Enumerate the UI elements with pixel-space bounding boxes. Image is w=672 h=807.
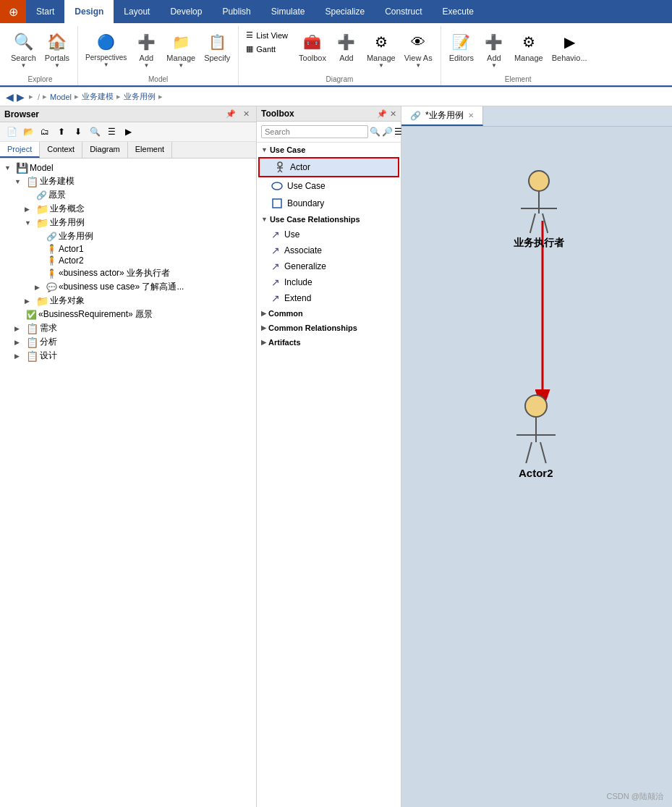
bizusecase-folder-icon: 📁 <box>36 217 48 229</box>
tree-item-bizusecase2[interactable]: ▶ 💬 «business use case» 了解高通... <box>0 280 256 294</box>
diagram-tab-bizusecase[interactable]: 🔗 *业务用例 ✕ <box>401 106 483 126</box>
tree-item-bizusecase-item[interactable]: 🔗 业务用例 <box>0 229 256 243</box>
tree-item-wish[interactable]: 🔗 愿景 <box>0 188 256 202</box>
common-collapse-icon: ▶ <box>261 310 266 317</box>
tree-item-bizconcept[interactable]: ▶ 📁 业务概念 <box>0 202 256 216</box>
actor-figure-1[interactable]: 业务执行者 <box>514 170 564 250</box>
toolbox-section-commonrel-header[interactable]: ▶ Common Relationships <box>257 321 401 335</box>
add-element-button[interactable]: ➕ Add ▼ <box>479 29 509 70</box>
portals-button[interactable]: 🏠 Portals ▼ <box>41 29 73 70</box>
include-item-label: Include <box>284 277 312 287</box>
gantt-button[interactable]: ▦ Gantt <box>243 43 291 55</box>
nav-forward-button[interactable]: ▶ <box>17 91 25 103</box>
design-label: 设计 <box>40 350 57 362</box>
perspectives-button[interactable]: 🔵 Perspectives ▼ <box>82 29 129 69</box>
browser-tab-diagram[interactable]: Diagram <box>82 142 128 158</box>
specify-button[interactable]: 📋 Specify <box>200 29 234 64</box>
toolbox-section-use-case-header[interactable]: ▼ Use Case <box>257 143 401 157</box>
ribbon-tab-execute[interactable]: Execute <box>433 0 484 23</box>
bizusecase2-icon: 💬 <box>46 282 57 292</box>
ribbon-tab-start[interactable]: Start <box>26 0 64 23</box>
browser-pin-button[interactable]: 📌 <box>224 109 238 119</box>
browser-tab-element[interactable]: Element <box>128 142 172 158</box>
manage-diagram-button[interactable]: ⚙ Manage ▼ <box>363 29 399 70</box>
toolbox-close-button[interactable]: ✕ <box>390 109 396 119</box>
toolbox-item-include[interactable]: ↗ Include <box>257 274 401 290</box>
diagram-tab-label: *业务用例 <box>425 109 464 122</box>
diagram-canvas[interactable]: 业务执行者 Actor2 CSDN @陆颠治 <box>401 127 672 807</box>
toolbox-section-ucrel-header[interactable]: ▼ Use Case Relationships <box>257 212 401 227</box>
gantt-icon: ▦ <box>246 44 253 54</box>
app-icon-btn[interactable]: ⊕ <box>0 0 26 23</box>
view-as-button[interactable]: 👁 View As ▼ <box>401 29 436 70</box>
tree-item-bizusecase-folder[interactable]: ▼ 📁 业务用例 <box>0 216 256 229</box>
use-toolbox-icon: ↗ <box>271 229 280 240</box>
bizconcept-icon: 📁 <box>36 203 48 215</box>
move-down-button[interactable]: ⬇ <box>71 124 85 139</box>
tree-item-bizobject[interactable]: ▶ 📁 业务对象 <box>0 294 256 308</box>
ribbon-tab-publish[interactable]: Publish <box>212 0 260 23</box>
breadcrumb-item-bizmodel[interactable]: 业务建模 <box>82 91 114 102</box>
view-button[interactable]: 🗂 <box>38 124 52 139</box>
toolbox-search-advanced-button[interactable]: 🔎 <box>382 124 393 139</box>
toolbox-item-boundary[interactable]: Boundary <box>257 195 401 212</box>
add-model-button[interactable]: ➕ Add ▼ <box>131 29 161 70</box>
browser-panel: Browser 📌 ✕ 📄 📂 🗂 ⬆ ⬇ 🔍 ☰ ▶ Project Cont… <box>0 106 257 807</box>
tree-item-demand[interactable]: ▶ 📋 需求 <box>0 321 256 335</box>
use-case-section-label: Use Case <box>270 145 306 154</box>
tree-item-actor1[interactable]: 🧍 Actor1 <box>0 243 256 255</box>
tree-item-design[interactable]: ▶ 📋 设计 <box>0 349 256 363</box>
toolbox-search-go-button[interactable]: 🔍 <box>370 124 380 139</box>
tree-item-analysis[interactable]: ▶ 📋 分析 <box>0 335 256 349</box>
browser-tab-project[interactable]: Project <box>0 142 40 158</box>
ribbon-tab-simulate[interactable]: Simulate <box>261 0 315 23</box>
browser-close-button[interactable]: ✕ <box>241 109 252 119</box>
breadcrumb-item-model[interactable]: Model <box>50 93 72 101</box>
manage-model-icon: 📁 <box>169 30 192 54</box>
move-up-button[interactable]: ⬆ <box>54 124 69 139</box>
filter-button[interactable]: 🔍 <box>88 124 102 139</box>
breadcrumb-item-bizusecase[interactable]: 业务用例 <box>124 91 156 102</box>
search-button[interactable]: 🔍 Search ▼ <box>7 29 40 70</box>
new-file-button[interactable]: 📄 <box>4 124 19 139</box>
ribbon-tab-layout[interactable]: Layout <box>114 0 160 23</box>
browser-tab-context[interactable]: Context <box>40 142 82 158</box>
diagram-list-items: ☰ List View ▦ Gantt <box>243 29 291 55</box>
ribbon-tab-design[interactable]: Design <box>64 0 114 23</box>
open-folder-button[interactable]: 📂 <box>21 124 35 139</box>
menu-button[interactable]: ☰ <box>104 124 119 139</box>
tree-item-model[interactable]: ▼ 💾 Model <box>0 161 256 174</box>
toolbox-item-generalize[interactable]: ↗ Generalize <box>257 258 401 274</box>
bizreq-label: «BusinessRequirement» 愿景 <box>38 308 153 321</box>
toolbox-item-extend[interactable]: ↗ Extend <box>257 290 401 306</box>
toolbox-item-use[interactable]: ↗ Use <box>257 227 401 242</box>
toolbox-search-input[interactable] <box>261 125 368 138</box>
manage-element-button[interactable]: ⚙ Manage <box>511 29 547 64</box>
behavior-button[interactable]: ▶ Behavio... <box>548 29 591 64</box>
ribbon-tab-develop[interactable]: Develop <box>160 0 212 23</box>
toolbox-pin-button[interactable]: 📌 <box>377 109 387 119</box>
toolbox-item-actor[interactable]: Actor <box>258 157 399 177</box>
toolbox-item-associate[interactable]: ↗ Associate <box>257 242 401 258</box>
editors-button[interactable]: 📝 Editors <box>446 29 477 64</box>
manage-model-button[interactable]: 📁 Manage ▼ <box>163 29 199 70</box>
ribbon-group-element: 📝 Editors ➕ Add ▼ ⚙ Manage ▶ Behavio... … <box>441 26 595 85</box>
toolbox-section-common-header[interactable]: ▶ Common <box>257 306 401 321</box>
bizusecase-item-icon: 🔗 <box>46 232 57 242</box>
add-diagram-button[interactable]: ➕ Add <box>331 29 362 64</box>
ribbon-tab-specialize[interactable]: Specialize <box>315 0 375 23</box>
perspectives-icon: 🔵 <box>95 30 118 54</box>
tree-item-bizreq[interactable]: ✅ «BusinessRequirement» 愿景 <box>0 308 256 321</box>
tree-item-actor2[interactable]: 🧍 Actor2 <box>0 255 256 266</box>
nav-back-button[interactable]: ◀ <box>6 91 14 103</box>
toolbox-button[interactable]: 🧰 Toolbox <box>295 29 330 64</box>
diagram-tab-close-button[interactable]: ✕ <box>468 111 474 119</box>
tree-item-bizactor[interactable]: 🧍 «business actor» 业务执行者 <box>0 266 256 280</box>
actor-figure-2[interactable]: Actor2 <box>519 394 553 479</box>
toolbox-item-usecase[interactable]: Use Case <box>257 177 401 195</box>
tree-item-bizmodel[interactable]: ▼ 📋 业务建模 <box>0 174 256 188</box>
expand-button[interactable]: ▶ <box>121 124 135 139</box>
toolbox-section-artifacts-header[interactable]: ▶ Artifacts <box>257 335 401 350</box>
ribbon-tab-construct[interactable]: Construct <box>375 0 432 23</box>
list-view-button[interactable]: ☰ List View <box>243 29 291 41</box>
